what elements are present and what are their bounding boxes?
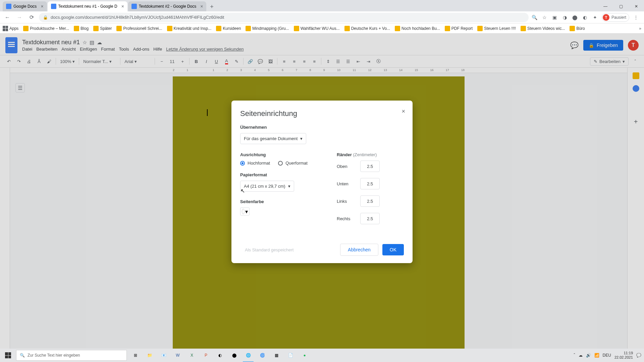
cancel-button[interactable]: Abbrechen [340,244,378,256]
margin-bottom-input[interactable] [360,178,380,189]
docs-favicon [6,4,11,9]
chrome-icon[interactable]: 🌐 [241,349,255,362]
word-icon[interactable]: W [171,349,184,362]
close-icon[interactable]: × [200,4,203,9]
bookmark-item[interactable]: Produktsuche – Mer... [23,26,69,31]
forward-button[interactable]: → [15,13,24,22]
browser-tab[interactable]: Textdokument #2 - Google Docs × [128,1,207,11]
close-window-button[interactable]: ✕ [629,1,644,11]
dialog-title: Seiteneinrichtung [240,109,404,118]
excel-icon[interactable]: X [185,349,199,362]
volume-icon[interactable]: 🔊 [586,353,591,358]
tray-chevron-icon[interactable]: ˆ [574,353,575,358]
app-icon[interactable]: ⬤ [227,349,241,362]
close-icon[interactable]: × [41,4,43,9]
browser-tabs: Google Docs × Textdokument neu #1 - Goog… [0,0,216,11]
lock-icon: 🔒 [43,15,48,20]
reload-button[interactable]: ⟳ [27,13,36,22]
folder-icon [521,26,526,31]
back-button[interactable]: ← [3,13,12,22]
clock[interactable]: 11:19 22.02.2021 [614,351,633,360]
app-icon[interactable]: ▦ [270,349,283,362]
orientation-landscape-radio[interactable]: Querformat [278,161,308,166]
orientation-label: Ausrichtung [240,152,320,157]
bookmark-item[interactable]: Steuern Lesen !!!! [477,26,516,31]
system-tray: ˆ ☁ 🔊 📶 DEU 11:19 22.02.2021 💬 [574,351,644,360]
edge-icon[interactable]: 🌀 [256,349,269,362]
extension-icon[interactable]: ⬤ [572,14,578,21]
apply-to-select[interactable]: Für das gesamte Dokument▾ [240,133,306,144]
bookmark-item[interactable]: Steuern Videos wic... [521,26,565,31]
bookmark-item[interactable]: Büro [570,26,585,31]
tab-title: Textdokument #2 - Google Docs [139,4,196,9]
folder-icon [74,26,79,31]
radio-checked-icon [240,161,245,166]
app-icon[interactable]: ◐ [213,349,227,362]
bookmarks-overflow-icon[interactable]: » [639,26,641,31]
margin-top-input[interactable] [360,161,380,172]
profile-button[interactable]: T Pausiert [602,13,629,22]
folder-icon [246,26,251,31]
apps-icon [3,26,8,31]
onedrive-icon[interactable]: ☁ [579,353,583,358]
close-icon[interactable]: × [121,4,124,9]
folder-icon [344,26,350,31]
new-tab-button[interactable]: + [207,2,216,11]
extension-icon[interactable]: ◐ [582,14,588,21]
page-color-label: Seitenfarbe [240,199,320,204]
bookmark-item[interactable]: Später [93,26,112,31]
browser-tab[interactable]: Textdokument neu #1 - Google D × [48,1,127,11]
powerpoint-icon[interactable]: P [199,349,213,362]
margin-right-input[interactable] [360,213,380,224]
margin-bottom-label: Unten [337,181,360,186]
extension-icon[interactable]: ◑ [561,14,568,21]
margin-left-input[interactable] [360,195,380,207]
docs-favicon [51,4,56,9]
task-view-button[interactable]: ⊞ [129,349,142,362]
bookmark-item[interactable]: Mindmapping (Gru... [246,26,289,31]
bookmark-item[interactable]: Deutsche Kurs + Vo... [344,26,390,31]
notepad-icon[interactable]: 📄 [284,349,297,362]
dialog-close-button[interactable]: × [401,108,405,115]
url-input[interactable]: 🔒 docs.google.com/document/d/1hUH8k6h7Lb… [39,13,529,22]
folder-icon [23,26,29,31]
zoom-icon[interactable]: 🔍 [531,14,538,21]
browser-menu-icon[interactable]: ⋮ [633,14,639,21]
language-indicator[interactable]: DEU [603,353,611,358]
bookmark-item[interactable]: Professionell Schrei... [116,26,162,31]
bookmark-item[interactable]: PDF Report [445,26,473,31]
orientation-portrait-radio[interactable]: Hochformat [240,161,270,166]
folder-icon [294,26,299,31]
url-text: docs.google.com/document/d/1hUH8k6h7Lb8y… [51,15,224,20]
minimize-button[interactable]: — [598,1,613,11]
tab-title: Google Docs [13,4,37,9]
page-color-select[interactable]: ▾ [240,207,250,216]
notifications-icon[interactable]: 💬 [636,353,641,358]
ok-button[interactable]: OK [382,244,404,255]
spotify-icon[interactable]: ● [298,349,311,362]
paper-size-label: Papierformat [240,172,320,177]
bookmark-star-icon[interactable]: ☆ [541,14,548,21]
bookmark-item[interactable]: Wahlfächer WU Aus... [294,26,340,31]
wifi-icon[interactable]: 📶 [594,353,599,358]
apply-to-label: Übernehmen [240,125,404,130]
apps-button[interactable]: Apps [3,26,18,31]
folder-icon [93,26,99,31]
bookmark-item[interactable]: Noch hochladen Bu... [395,26,440,31]
explorer-icon[interactable]: 📁 [143,349,156,362]
taskbar-search-input[interactable]: 🔍 Zur Suche Text hier eingeben [16,350,127,361]
extensions-menu-icon[interactable]: ✦ [592,14,598,21]
window-controls: — ▢ ✕ [598,1,644,11]
extension-icon[interactable]: ▣ [551,14,558,21]
paper-size-select[interactable]: A4 (21 cm x 29,7 cm)▾ [240,181,294,192]
bookmark-item[interactable]: Kreativität und Insp... [167,26,212,31]
maximize-button[interactable]: ▢ [613,1,629,11]
start-button[interactable] [0,349,16,362]
avatar-icon: T [603,14,609,21]
bookmark-item[interactable]: Kursideen [216,26,241,31]
search-icon: 🔍 [20,353,25,358]
bookmark-item[interactable]: Blog [74,26,89,31]
mail-icon[interactable]: 📧 [157,349,170,362]
browser-tab[interactable]: Google Docs × [3,1,47,11]
bookmarks-bar: Apps Produktsuche – Mer... Blog Später P… [0,23,644,34]
